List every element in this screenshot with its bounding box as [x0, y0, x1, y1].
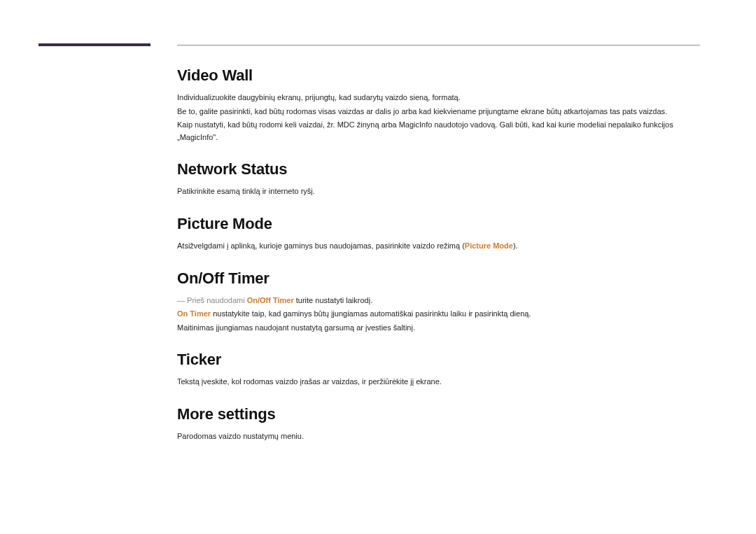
text: Be to, galite pasirinkti, kad būtų rodom… [177, 106, 700, 118]
note-post: turite nustatyti laikrodį. [294, 296, 373, 304]
section-video-wall: Video Wall Individualizuokite daugybinių… [177, 66, 700, 143]
heading-ticker: Ticker [177, 351, 700, 369]
heading-picture-mode: Picture Mode [177, 215, 700, 233]
text: Individualizuokite daugybinių ekranų, pr… [177, 92, 700, 104]
text: Tekstą įveskite, kol rodomas vaizdo įraš… [177, 376, 700, 388]
section-picture-mode: Picture Mode Atsižvelgdami į aplinką, ku… [177, 215, 700, 253]
heading-on-off-timer: On/Off Timer [177, 269, 700, 288]
body-more-settings: Parodomas vaizdo nustatymų meniu. [177, 430, 700, 443]
section-network-status: Network Status Patikrinkite esamą tinklą… [177, 160, 700, 198]
text-pre: Atsižvelgdami į aplinką, kurioje gaminys… [177, 241, 465, 250]
section-on-off-timer: On/Off Timer ― Prieš naudodami On/Off Ti… [177, 269, 700, 335]
content-area: Video Wall Individualizuokite daugybinių… [177, 66, 700, 460]
text: Atsižvelgdami į aplinką, kurioje gaminys… [177, 240, 700, 253]
highlight-picture-mode: Picture Mode [465, 241, 513, 250]
section-more-settings: More settings Parodomas vaizdo nustatymų… [177, 405, 700, 443]
text: Maitinimas įjungiamas naudojant nustatyt… [177, 322, 700, 335]
body-picture-mode: Atsižvelgdami į aplinką, kurioje gaminys… [177, 240, 700, 253]
body-on-off-timer: ― Prieš naudodami On/Off Timer turite nu… [177, 295, 700, 335]
note-dash: ― Prieš naudodami [177, 296, 247, 304]
body-network-status: Patikrinkite esamą tinklą ir interneto r… [177, 185, 700, 198]
heading-network-status: Network Status [177, 160, 700, 178]
text: Kaip nustatyti, kad būtų rodomi keli vai… [177, 119, 700, 143]
heading-video-wall: Video Wall [177, 66, 700, 85]
section-ticker: Ticker Tekstą įveskite, kol rodomas vaiz… [177, 351, 700, 388]
accent-bar [38, 43, 150, 46]
text-post: nustatykite taip, kad gaminys būtų įjung… [211, 309, 531, 318]
heading-more-settings: More settings [177, 405, 700, 423]
body-video-wall: Individualizuokite daugybinių ekranų, pr… [177, 92, 700, 143]
text-post: ). [513, 241, 518, 250]
top-rule [177, 45, 700, 45]
text: Parodomas vaizdo nustatymų meniu. [177, 430, 700, 443]
note-text: ― Prieš naudodami On/Off Timer turite nu… [177, 295, 700, 307]
highlight-on-timer: On Timer [177, 309, 211, 318]
highlight-on-off-timer: On/Off Timer [247, 296, 294, 304]
body-ticker: Tekstą įveskite, kol rodomas vaizdo įraš… [177, 376, 700, 388]
text: Patikrinkite esamą tinklą ir interneto r… [177, 185, 700, 198]
text: On Timer nustatykite taip, kad gaminys b… [177, 308, 700, 321]
